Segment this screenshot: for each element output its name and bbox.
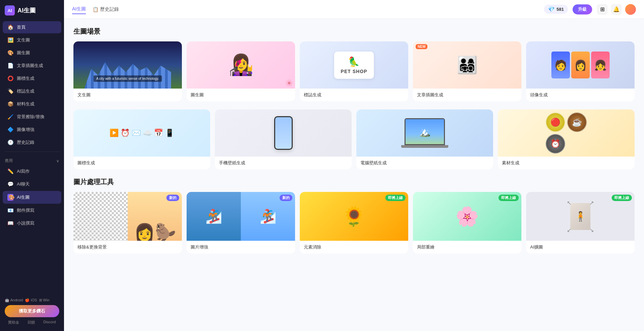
card-image-to-image[interactable]: 👩‍🎤 圖生圖 xyxy=(187,41,295,101)
home-icon: 🏠 xyxy=(7,24,13,30)
tab-ai-image[interactable]: AI生圖 xyxy=(72,5,86,14)
card-label: 圖生圖 xyxy=(187,89,295,101)
card-portrait-gen[interactable]: 🧑 👩 👧 頭像生成 xyxy=(526,41,635,101)
card-label: 素材生成 xyxy=(498,157,635,169)
card-image-petshop: 🦜 PET SHOP xyxy=(300,41,408,89)
petshop-logo: 🦜 PET SHOP xyxy=(334,52,374,79)
sidebar-item-logo-gen[interactable]: ⭕ 圖標生成 xyxy=(3,72,61,85)
icon-cloud: ☁️ xyxy=(143,129,152,137)
card-erase-element[interactable]: 即將上線 🌻 元素消除 xyxy=(300,192,408,254)
sidebar-logo[interactable]: AI AI生圖 xyxy=(0,0,64,21)
notification-button[interactable]: 🔔 xyxy=(611,4,622,15)
card-image-erase: 即將上線 🌻 xyxy=(300,192,408,241)
card-label: 頭像生成 xyxy=(526,89,635,101)
card-image-phone xyxy=(215,109,352,157)
sidebar-bottom: 🤖 Android 🍎 iOS ⊞ Win 獲取更多鑽石 贊助金 回饋 Disc… xyxy=(0,292,64,331)
sidebar-divider xyxy=(5,152,59,152)
card-text-to-image[interactable]: A city with a futuristic sense of techno… xyxy=(73,41,182,101)
card-label: 圖標生成 xyxy=(73,157,210,169)
bg-icon: 🖌️ xyxy=(7,114,13,120)
sidebar-item-material[interactable]: 📦 材料生成 xyxy=(3,98,61,110)
image-image-icon: 🎨 xyxy=(7,50,13,56)
card-label: 元素消除 xyxy=(300,241,408,254)
topbar: AI生圖 📋 歷史記錄 💎 581 升級 ⊞ 🔔 xyxy=(64,0,644,19)
petshop-text: PET SHOP xyxy=(341,69,367,74)
novel-icon: 📖 xyxy=(7,220,13,226)
card-ai-expand[interactable]: 即將上線 🧍 ↖ ↗ ↙ ↘ AI擴圖 xyxy=(526,192,635,254)
sidebar-item-ai-image[interactable]: 🎨 AI生圖 xyxy=(3,191,61,204)
sidebar-footer: 贊助金 回饋 Discord xyxy=(3,317,61,328)
coming-soon-badge: 即將上線 xyxy=(498,195,519,201)
sidebar-item-badge-gen[interactable]: 🏷️ 標誌生成 xyxy=(3,85,61,97)
card-image-expand: 即將上線 🧍 ↖ ↗ ↙ ↘ xyxy=(526,192,635,241)
sidebar-item-history[interactable]: 🕐 歷史記錄 xyxy=(3,136,61,148)
sidebar-item-label: AI寫作 xyxy=(17,168,30,174)
card-inpaint[interactable]: 即將上線 🌸 局部重繪 xyxy=(413,192,521,254)
topbar-right: 💎 581 升級 ⊞ 🔔 xyxy=(544,4,636,15)
scene-cards-grid: A city with a futuristic sense of techno… xyxy=(73,41,635,101)
user-avatar[interactable] xyxy=(625,4,636,15)
sidebar-item-label: 歷史記錄 xyxy=(17,139,34,145)
card-phone-wallpaper[interactable]: 手機壁紙生成 xyxy=(215,109,352,169)
sidebar-item-hd[interactable]: 🔷 圖像增強 xyxy=(3,124,61,136)
tab-history[interactable]: 📋 歷史記錄 xyxy=(93,6,119,12)
material-icon: 📦 xyxy=(7,101,13,107)
process-cards-grid: 新的 👩‍🦫 移除&更換背景 新的 🏂 🏂 xyxy=(73,192,635,254)
sidebar-item-text-to-image[interactable]: 🖼️ 文生圖 xyxy=(3,34,61,46)
sidebar-item-label: 圖生圖 xyxy=(17,50,30,56)
card-image-material: 🔴 ☕ ⏰ xyxy=(498,109,635,157)
badge-icon: 🏷️ xyxy=(7,88,13,94)
sidebar-item-ai-write[interactable]: ✏️ AI寫作 xyxy=(3,165,61,177)
tool-cards-grid: ▶️ ⏰ ✉️ ☁️ 📅 📱 圖標生成 手機壁紙生成 xyxy=(73,109,635,169)
card-bg-remove[interactable]: 新的 👩‍🦫 移除&更換背景 xyxy=(73,192,182,254)
main-area: AI生圖 📋 歷史記錄 💎 581 升級 ⊞ 🔔 生圖場景 xyxy=(64,0,644,331)
card-label: 移除&更換背景 xyxy=(73,241,182,254)
discord-link[interactable]: Discord xyxy=(43,320,56,325)
petshop-bird: 🦜 xyxy=(348,56,360,67)
card-article-image[interactable]: NEW 👨‍👩‍👧‍👦 文章插圖生成 xyxy=(413,41,521,101)
sidebar-item-ai-chat[interactable]: 💬 AI聊天 xyxy=(3,178,61,190)
icon-play: ▶️ xyxy=(109,129,119,137)
card-image-desktop: 🏔️ xyxy=(356,109,493,157)
sidebar-item-article-image[interactable]: 📄 文章插圖生成 xyxy=(3,60,61,72)
sidebar-item-label: 小說撰寫 xyxy=(17,220,34,226)
sidebar-item-label: 首頁 xyxy=(17,24,26,30)
section2-title: 圖片處理工具 xyxy=(73,177,635,187)
sidebar-item-bg-replace[interactable]: 🖌️ 背景擦除/替換 xyxy=(3,111,61,123)
gem-icon: 💎 xyxy=(548,6,555,12)
history-tab-icon: 📋 xyxy=(93,7,98,12)
sidebar-item-home[interactable]: 🏠 首頁 xyxy=(3,21,61,33)
card-label: 文生圖 xyxy=(73,89,182,101)
sidebar-item-image-to-image[interactable]: 🎨 圖生圖 xyxy=(3,47,61,59)
hd-icon: 🔷 xyxy=(7,127,13,133)
sidebar-item-label: AI聊天 xyxy=(17,181,30,187)
apps-grid-button[interactable]: ⊞ xyxy=(597,4,608,15)
feedback-link[interactable]: 回饋 xyxy=(28,320,35,325)
sidebar-item-label: 文章插圖生成 xyxy=(17,63,43,69)
sidebar-item-novel[interactable]: 📖 小說撰寫 xyxy=(3,217,61,229)
sidebar-item-label: 標誌生成 xyxy=(17,88,34,94)
sidebar-item-label: 圖像增強 xyxy=(17,127,34,133)
card-image-anime: 👩‍🎤 xyxy=(187,41,295,89)
sponsor-link[interactable]: 贊助金 xyxy=(8,320,19,325)
card-label: 標誌生成 xyxy=(300,89,408,101)
card-icon-gen[interactable]: ▶️ ⏰ ✉️ ☁️ 📅 📱 圖標生成 xyxy=(73,109,210,169)
card-image-city: A city with a futuristic sense of techno… xyxy=(73,41,182,89)
card-material-gen[interactable]: 🔴 ☕ ⏰ 素材生成 xyxy=(498,109,635,169)
upgrade-top-button[interactable]: 升級 xyxy=(573,4,592,14)
upgrade-gems-button[interactable]: 獲取更多鑽石 xyxy=(5,305,59,317)
logo-text: AI生圖 xyxy=(18,6,36,14)
sidebar-item-label: 郵件撰寫 xyxy=(17,207,34,213)
topbar-left: AI生圖 📋 歷史記錄 xyxy=(72,5,119,14)
card-img-enhance[interactable]: 新的 🏂 🏂 圖片增強 xyxy=(187,192,295,254)
history-tab-label: 歷史記錄 xyxy=(100,6,119,12)
ai-chat-icon: 💬 xyxy=(7,181,13,187)
phone-mockup xyxy=(274,116,293,150)
logo-gen-icon: ⭕ xyxy=(7,75,13,81)
card-badge-gen[interactable]: 🦜 PET SHOP 標誌生成 xyxy=(300,41,408,101)
card-image-portrait: 🧑 👩 👧 xyxy=(526,41,635,89)
card-desktop-wallpaper[interactable]: 🏔️ 電腦壁紙生成 xyxy=(356,109,493,169)
card-label: AI擴圖 xyxy=(526,241,635,254)
sidebar-item-email[interactable]: 📧 郵件撰寫 xyxy=(3,204,61,217)
card-label: 電腦壁紙生成 xyxy=(356,157,493,169)
